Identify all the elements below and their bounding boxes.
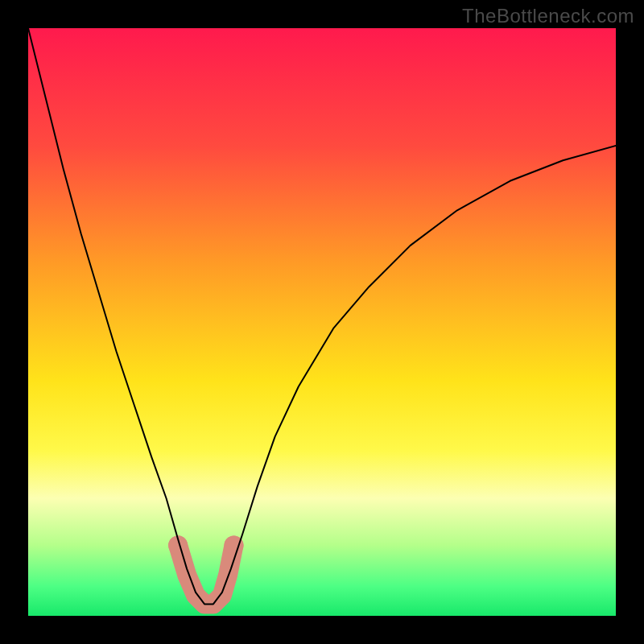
chart-frame: TheBottleneck.com xyxy=(0,0,644,644)
plot-area xyxy=(28,28,616,616)
gradient-background xyxy=(28,28,616,616)
watermark-text: TheBottleneck.com xyxy=(462,5,634,27)
bottleneck-chart-svg xyxy=(28,28,616,616)
